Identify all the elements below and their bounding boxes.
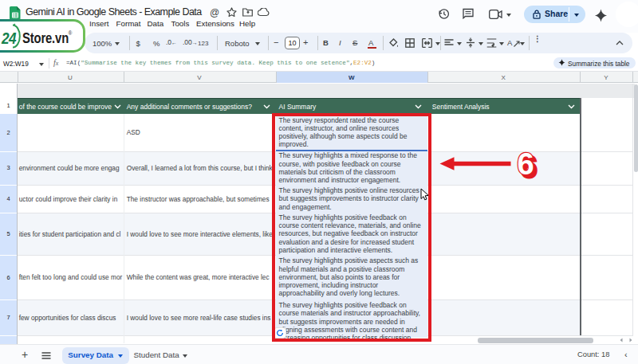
- svg-text:6: 6: [518, 147, 534, 181]
